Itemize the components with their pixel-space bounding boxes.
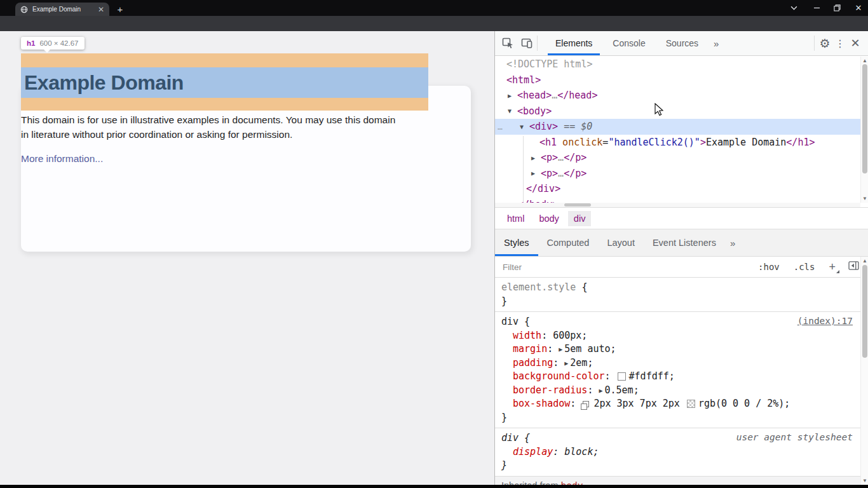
css-declaration[interactable]: background-color: #fdfdff; (501, 370, 854, 384)
elements-horizontal-scrollbar[interactable] (495, 203, 860, 207)
sidebar-tab-computed[interactable]: Computed (538, 229, 599, 256)
token: </p> (564, 168, 587, 179)
scrollbar-thumb[interactable] (862, 265, 867, 358)
browser-toolbar: ← → example.com ☆ Incognito (2) ⋮ (0, 16, 868, 31)
devtools-tab-console[interactable]: Console (602, 31, 655, 55)
dom-row[interactable]: ▶<p>…</p> (495, 166, 860, 182)
scrollbar-thumb[interactable] (862, 64, 867, 173)
token: <div> (529, 121, 558, 132)
overflow-dots-icon[interactable]: … (498, 122, 503, 132)
toggle-hover-state-button[interactable]: :hov (758, 262, 780, 272)
expand-arrow-right-icon[interactable]: ▶ (531, 170, 541, 177)
expand-triangle-icon[interactable]: ▶ (564, 356, 568, 370)
css-rule-close-brace: } (501, 411, 854, 425)
dom-row[interactable]: <html> (495, 72, 860, 88)
content-card (21, 86, 471, 252)
screen: Example Domain ✕ + ✕ ← → example.com ☆ (0, 0, 868, 488)
css-declaration[interactable]: display: block; (501, 445, 854, 459)
computed-sidebar-toggle-icon[interactable] (848, 261, 859, 273)
dom-row[interactable]: …▼<div> == $0 (495, 119, 860, 135)
expand-arrow-down-icon[interactable]: ▼ (520, 123, 529, 130)
tab-search-chevron-icon[interactable] (788, 3, 799, 13)
devtools-menu-kebab-icon[interactable]: ⋮ (832, 36, 848, 51)
window-close-button[interactable]: ✕ (853, 3, 864, 13)
new-style-rule-button[interactable]: + (829, 262, 836, 271)
breadcrumb-item-html[interactable]: html (501, 211, 530, 226)
dom-row[interactable]: </body> (495, 197, 860, 203)
stylesheet-source-link[interactable]: (index):17 (797, 316, 853, 326)
css-declaration[interactable]: margin: ▶5em auto; (501, 342, 854, 356)
token: … (552, 90, 557, 101)
token: … (558, 152, 564, 163)
token: <body> (517, 105, 552, 117)
devtools-tab-elements[interactable]: Elements (545, 31, 602, 55)
expand-triangle-icon[interactable]: ▶ (559, 342, 562, 356)
scroll-up-arrow-icon[interactable]: ▲ (861, 258, 868, 264)
devtools-close-icon[interactable]: ✕ (848, 36, 863, 51)
css-declaration[interactable]: padding: ▶2em; (501, 356, 854, 370)
styles-pane: element.style {}div {(index):17width: 60… (495, 278, 860, 485)
elements-vertical-scrollbar[interactable]: ▲ ▼ (860, 57, 868, 203)
inspect-element-icon[interactable] (500, 36, 515, 51)
sidebar-tab-event-listeners[interactable]: Event Listeners (644, 229, 725, 256)
css-rule-selector[interactable]: element.style { (501, 281, 854, 295)
css-declaration[interactable]: border-radius: ▶0.5em; (501, 384, 854, 398)
scroll-down-arrow-icon[interactable]: ▼ (861, 196, 868, 201)
token: display (513, 445, 553, 459)
expand-arrow-right-icon[interactable]: ▶ (508, 92, 517, 99)
token: = (602, 137, 608, 148)
dom-row[interactable]: ▶<head>…</head> (495, 88, 860, 104)
breadcrumb-item-div[interactable]: div (568, 211, 592, 226)
devtools-toolbar: ElementsConsoleSources » ⚙ ⋮ ✕ (495, 31, 868, 56)
new-tab-button[interactable]: + (114, 4, 126, 15)
devtools-tab-sources[interactable]: Sources (656, 31, 709, 55)
hscrollbar-thumb[interactable] (564, 203, 591, 207)
user-agent-label: user agent stylesheet (736, 432, 853, 442)
token: <p> (541, 168, 558, 179)
more-information-link[interactable]: More information... (21, 153, 103, 165)
sidebar-tab-layout[interactable]: Layout (598, 229, 644, 256)
token: margin (513, 342, 547, 356)
tab-close-icon[interactable]: ✕ (98, 6, 104, 13)
breadcrumb-item-body[interactable]: body (533, 211, 564, 226)
css-declaration[interactable]: width: 600px; (501, 329, 854, 343)
mouse-cursor (654, 103, 665, 117)
token: <h1 (539, 137, 557, 148)
dom-row[interactable]: ▼<body> (495, 104, 860, 119)
dom-tree: <!DOCTYPE html><html>▶<head>…</head>▼<bo… (495, 57, 860, 203)
styles-vertical-scrollbar[interactable]: ▲ ▼ (860, 257, 868, 485)
toolbar-separator (537, 36, 538, 51)
css-rule: div {user agent stylesheetdisplay: block… (495, 428, 860, 477)
scroll-up-arrow-icon[interactable]: ▲ (861, 58, 868, 64)
page-viewport: Example Domain This domain is for use in… (0, 31, 494, 485)
more-tabs-chevron-icon[interactable]: » (709, 38, 724, 49)
settings-gear-icon[interactable]: ⚙ (817, 36, 832, 51)
inherited-from-header: Inherited from body (495, 477, 860, 485)
dom-row[interactable]: ▶<p>…</p> (495, 150, 860, 166)
browser-tab[interactable]: Example Domain ✕ (15, 3, 109, 16)
css-rule: element.style {} (495, 278, 860, 312)
expand-arrow-right-icon[interactable]: ▶ (531, 154, 541, 161)
inspect-margin-overlay-top (21, 53, 428, 67)
color-swatch-white[interactable] (618, 372, 626, 381)
window-restore-button[interactable] (831, 3, 843, 13)
scroll-down-arrow-icon[interactable]: ▼ (861, 478, 868, 484)
sidebar-tab-styles[interactable]: Styles (495, 229, 538, 256)
devtools-panel: ElementsConsoleSources » ⚙ ⋮ ✕ <!DOCTYPE… (494, 31, 868, 485)
css-declaration[interactable]: box-shadow: 2px 3px 7px 2px rgb(0 0 0 / … (501, 397, 854, 411)
expand-triangle-icon[interactable]: ▶ (599, 384, 602, 398)
dom-row[interactable]: <!DOCTYPE html> (495, 57, 860, 72)
filter-input[interactable] (501, 262, 758, 273)
sidebar-more-tabs-chevron-icon[interactable]: » (725, 238, 740, 248)
dom-row[interactable]: <h1 onclick="handleClick2()">Example Dom… (495, 135, 860, 151)
dom-row[interactable]: </div> (495, 181, 860, 197)
token: : (547, 342, 559, 356)
inherited-from-selector[interactable]: body (561, 480, 583, 485)
box-shadow-editor-icon[interactable] (583, 401, 589, 407)
color-swatch-alpha[interactable] (687, 400, 695, 408)
css-rule: div {(index):17width: 600px;margin: ▶5em… (495, 312, 860, 428)
device-toolbar-icon[interactable] (519, 36, 534, 51)
window-minimize-button[interactable] (811, 3, 822, 13)
toggle-class-button[interactable]: .cls (794, 262, 815, 272)
expand-arrow-down-icon[interactable]: ▼ (508, 107, 517, 114)
